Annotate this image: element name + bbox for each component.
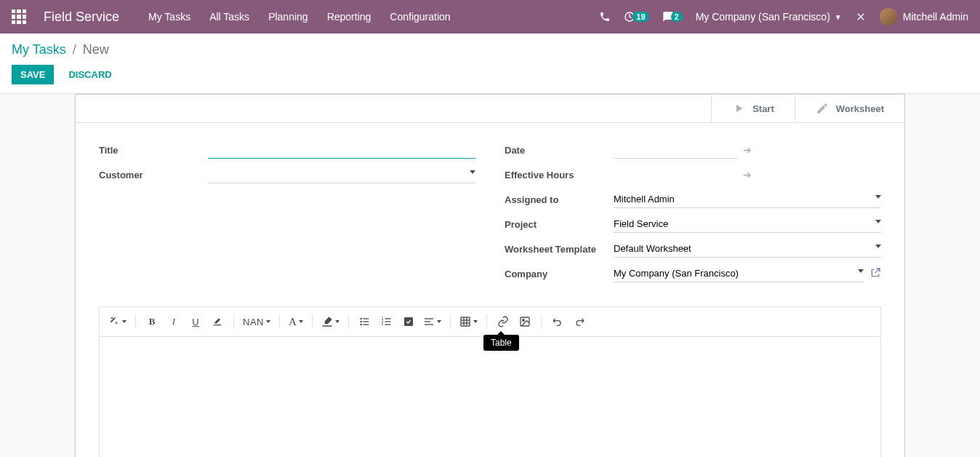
phone-icon[interactable] bbox=[599, 11, 611, 23]
svg-rect-11 bbox=[385, 321, 390, 322]
svg-rect-15 bbox=[425, 321, 430, 322]
company-input[interactable] bbox=[614, 265, 864, 282]
user-menu[interactable]: Mitchell Admin bbox=[880, 8, 968, 25]
project-label: Project bbox=[505, 219, 614, 230]
discard-button[interactable]: Discard bbox=[60, 65, 120, 84]
date-from-input[interactable] bbox=[614, 141, 737, 159]
brand: Field Service bbox=[44, 9, 119, 25]
table-button[interactable] bbox=[457, 311, 481, 332]
link-button[interactable] bbox=[493, 311, 513, 332]
pencil-icon bbox=[816, 102, 829, 115]
redo-button[interactable] bbox=[569, 311, 590, 332]
customer-label: Customer bbox=[99, 170, 208, 180]
external-link-icon[interactable] bbox=[869, 267, 881, 281]
navbar: Field Service My Tasks All Tasks Plannin… bbox=[0, 0, 980, 33]
assigned-label: Assigned to bbox=[505, 194, 614, 205]
project-input[interactable] bbox=[614, 215, 881, 233]
nav-configuration[interactable]: Configuration bbox=[390, 11, 450, 23]
form-col-left: Title Customer bbox=[99, 140, 475, 289]
eff-hours-input[interactable] bbox=[614, 167, 737, 183]
highlight-button[interactable] bbox=[318, 311, 342, 332]
editor: B I U NAN A bbox=[99, 306, 881, 457]
activities-badge: 19 bbox=[632, 12, 648, 22]
title-input[interactable] bbox=[208, 141, 475, 159]
svg-rect-6 bbox=[363, 324, 369, 325]
align-button[interactable] bbox=[420, 311, 444, 332]
underline-button[interactable]: U bbox=[185, 311, 206, 332]
svg-rect-12 bbox=[385, 324, 390, 325]
svg-rect-10 bbox=[385, 318, 390, 319]
apps-icon[interactable] bbox=[12, 9, 26, 24]
form-col-right: Date ➔ Effective Hours ➔ bbox=[505, 140, 881, 289]
worksheet-button[interactable]: Worksheet bbox=[795, 95, 904, 122]
svg-rect-5 bbox=[363, 321, 369, 322]
avatar bbox=[880, 8, 897, 25]
clear-format-button[interactable] bbox=[207, 311, 228, 332]
save-button[interactable]: Save bbox=[12, 65, 54, 84]
date-to-input[interactable] bbox=[758, 142, 881, 159]
tooltip: Table bbox=[483, 335, 519, 351]
breadcrumb-parent[interactable]: My Tasks bbox=[12, 42, 66, 57]
svg-point-2 bbox=[360, 321, 362, 323]
company-name: My Company (San Francisco) bbox=[696, 11, 830, 23]
play-icon bbox=[732, 102, 745, 115]
font-size-selector[interactable]: NAN bbox=[240, 311, 273, 332]
control-panel: My Tasks / New Save Discard bbox=[0, 33, 980, 94]
company-switcher[interactable]: My Company (San Francisco) ▼ bbox=[696, 11, 842, 23]
customer-input[interactable] bbox=[208, 166, 475, 183]
assigned-input[interactable] bbox=[614, 191, 881, 208]
svg-point-23 bbox=[523, 319, 525, 322]
ul-button[interactable] bbox=[355, 311, 375, 332]
start-button[interactable]: Start bbox=[711, 95, 795, 122]
nav-planning[interactable]: Planning bbox=[268, 11, 308, 23]
messages-badge: 2 bbox=[671, 12, 683, 22]
breadcrumb-current: New bbox=[83, 42, 109, 57]
bold-button[interactable]: B bbox=[142, 311, 162, 332]
svg-point-1 bbox=[360, 318, 362, 320]
italic-button[interactable]: I bbox=[164, 311, 184, 332]
wtemplate-input[interactable] bbox=[614, 240, 881, 258]
nav-all-tasks[interactable]: All Tasks bbox=[209, 11, 249, 23]
breadcrumb: My Tasks / New bbox=[12, 42, 968, 57]
status-bar: Start Worksheet bbox=[76, 95, 904, 123]
magic-icon[interactable] bbox=[105, 311, 129, 332]
arrow-right-icon: ➔ bbox=[743, 144, 752, 156]
nav-reporting[interactable]: Reporting bbox=[327, 11, 371, 23]
svg-rect-4 bbox=[363, 318, 369, 319]
svg-point-3 bbox=[360, 324, 362, 326]
svg-rect-14 bbox=[425, 318, 433, 319]
wtemplate-label: Worksheet Template bbox=[505, 244, 614, 255]
svg-rect-17 bbox=[461, 317, 470, 326]
company-label: Company bbox=[505, 269, 614, 279]
image-button[interactable] bbox=[515, 311, 535, 332]
eff-hours-label: Effective Hours bbox=[505, 170, 614, 180]
date-label: Date bbox=[505, 145, 614, 156]
font-color-button[interactable]: A bbox=[286, 311, 306, 332]
editor-area[interactable] bbox=[100, 337, 880, 457]
checklist-button[interactable] bbox=[398, 311, 419, 332]
nav-my-tasks[interactable]: My Tasks bbox=[148, 11, 190, 23]
messages-icon[interactable]: 2 bbox=[662, 11, 683, 23]
nav-right: 19 2 My Company (San Francisco) ▼ Mitche… bbox=[599, 8, 968, 25]
activities-icon[interactable]: 19 bbox=[624, 11, 648, 23]
form-sheet: Start Worksheet Title Custom bbox=[75, 94, 905, 457]
user-name: Mitchell Admin bbox=[903, 11, 968, 23]
svg-rect-13 bbox=[404, 317, 413, 326]
svg-text:3: 3 bbox=[382, 322, 384, 326]
editor-toolbar: B I U NAN A bbox=[100, 307, 880, 337]
svg-rect-16 bbox=[425, 324, 433, 325]
nav-menu: My Tasks All Tasks Planning Reporting Co… bbox=[148, 11, 451, 23]
undo-button[interactable] bbox=[547, 311, 568, 332]
ol-button[interactable]: 123 bbox=[377, 311, 397, 332]
arrow-right-icon: ➔ bbox=[743, 169, 752, 180]
title-label: Title bbox=[99, 145, 208, 156]
debug-icon[interactable] bbox=[855, 11, 867, 23]
